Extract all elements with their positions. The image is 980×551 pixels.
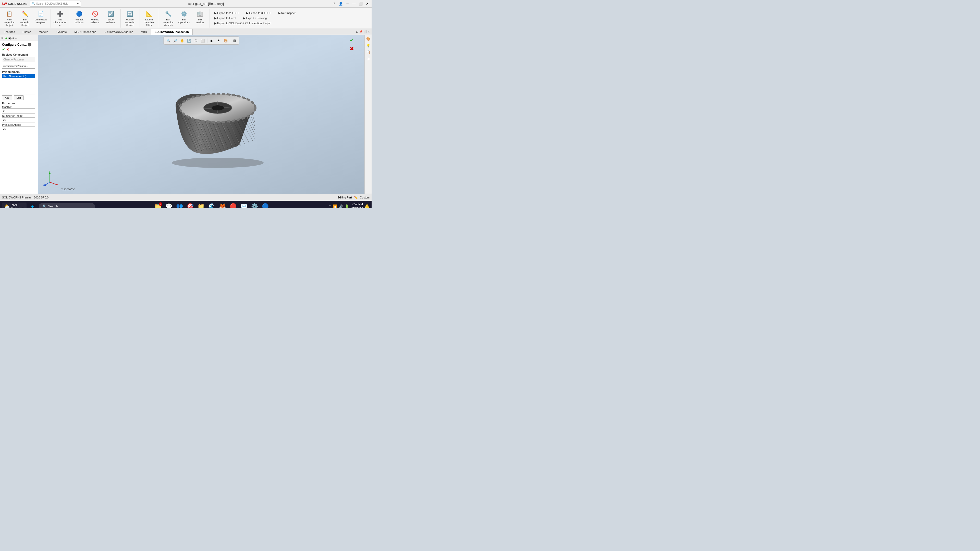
tab-sketch[interactable]: Sketch <box>19 29 35 35</box>
add-balloons-icon: 🔵 <box>75 10 83 18</box>
accept-btn[interactable]: ✔ <box>348 37 355 44</box>
taskbar-edge[interactable]: 🌊 <box>207 202 216 208</box>
create-new-template-btn[interactable]: 📄 Create New template <box>33 9 48 25</box>
launch-template-btn[interactable]: 📐 LaunchTemplate Editor <box>142 9 157 27</box>
taskbar-search-label: Search <box>48 205 58 208</box>
network-icon[interactable]: 📶 <box>333 204 337 208</box>
display-mode-btn[interactable]: 🖥 <box>231 38 238 44</box>
taskbar-teams[interactable]: 💬 <box>164 202 173 208</box>
tab-pin-btn[interactable]: 📌 <box>359 30 363 33</box>
export-sw-btn[interactable]: ▶ Export to SOLIDWORKS Inspection Projec… <box>213 21 272 25</box>
weather-condition: Partly cloudy <box>11 207 24 208</box>
part-numbers-list[interactable]: Part Number (auto) <box>2 74 35 94</box>
tab-restore-btn[interactable]: ⬜ <box>363 30 367 33</box>
part-number-item[interactable]: Part Number (auto) <box>2 74 35 78</box>
taskbar-apps: 🗂️ 1 💬 👥 🎯 📁 🌊 🦊 🔴 ✉️ ⚙️ � <box>97 202 328 208</box>
new-inspection-project-btn[interactable]: 📋 New InspectionProject <box>2 9 17 27</box>
tab-inspection[interactable]: SOLIDWORKS Inspection <box>151 29 192 35</box>
right-btn-1[interactable]: 🎨 <box>366 36 371 41</box>
notification-btn[interactable]: 🔔 <box>364 204 369 208</box>
appearance-btn[interactable]: 🎨 <box>223 38 229 44</box>
taskbar-solidworks[interactable]: ⚙️ <box>250 202 259 208</box>
minimize-btn[interactable]: — <box>351 2 357 6</box>
taskbar-search[interactable]: 🔍 Search <box>39 203 95 208</box>
edit-inspection-label: Edit InspectionProject <box>18 18 32 27</box>
taskbar-chrome[interactable]: 🔴 <box>229 202 238 208</box>
taskbar-app1[interactable]: 🎯 <box>186 202 195 208</box>
restore-btn[interactable]: ⬜ <box>358 2 363 6</box>
add-edit-balloons-btn[interactable]: 🔵 Add/EditBalloons <box>72 9 87 25</box>
zoom-in-btn[interactable]: 🔍 <box>165 38 172 44</box>
edit-operations-btn[interactable]: ⚙️ EditOperations <box>177 9 192 25</box>
start-button[interactable]: ⊞ <box>28 202 37 208</box>
taskbar-chrome2[interactable]: 🔵 <box>261 202 270 208</box>
config-cancel-btn[interactable]: ✖ <box>6 48 9 52</box>
panel-header: ▶ ● spur ... <box>0 35 38 41</box>
export-3dpdf-btn[interactable]: ▶ Export to 3D PDF <box>245 11 272 15</box>
tab-addins[interactable]: SOLIDWORKS Add-Ins <box>100 29 137 35</box>
taskbar-file-manager[interactable]: 🗂️ 1 <box>154 202 163 208</box>
module-input[interactable] <box>2 108 35 114</box>
taskbar-app2[interactable]: 🦊 <box>218 202 227 208</box>
battery-icon[interactable]: 🔋 <box>345 204 349 208</box>
close-btn[interactable]: ✕ <box>364 2 370 6</box>
solidworks-taskbar-icon: ⚙️ <box>251 203 258 208</box>
tab-close-btn[interactable]: ✕ <box>368 30 370 33</box>
select-balloons-btn[interactable]: ☑️ SelectBalloons <box>103 9 118 25</box>
zoom-area-btn[interactable]: 🔎 <box>172 38 178 44</box>
help-search[interactable]: 🔍 Search SOLIDWORKS Help ▼ <box>30 1 81 6</box>
weather-temp: 76°F <box>11 203 24 207</box>
export-row-1: ▶ Export to 2D PDF ▶ Export to 3D PDF ▶ … <box>213 11 297 15</box>
axis-indicator: Y X Z <box>43 171 59 186</box>
right-btn-4[interactable]: ⊞ <box>366 56 371 62</box>
display-style-btn[interactable]: ◐ <box>209 38 215 44</box>
pan-btn[interactable]: ✋ <box>179 38 185 44</box>
teeth-input[interactable] <box>2 118 35 122</box>
tab-mbd[interactable]: MBD <box>137 29 151 35</box>
add-characteristic-btn[interactable]: ➕ AddCharacteristic <box>52 9 68 27</box>
new-inspection-icon: 📋 <box>5 10 13 18</box>
section-view-btn[interactable]: ⬜ <box>200 38 206 44</box>
right-btn-3[interactable]: 📋 <box>366 49 371 55</box>
edit-part-number-btn[interactable]: Edit <box>14 95 24 100</box>
editing-part-label: Editing Part <box>337 196 352 199</box>
edit-ops-label: EditOperations <box>178 18 189 24</box>
tray-chevron-icon[interactable]: ⌃ <box>329 205 331 208</box>
taskbar-explorer[interactable]: 📁 <box>197 202 206 208</box>
config-help-icon[interactable]: ? <box>28 43 32 46</box>
config-ok-btn[interactable]: ✔ <box>2 48 5 52</box>
help-btn[interactable]: ? <box>331 2 337 6</box>
clock[interactable]: 7:52 PM 1/15/2024 <box>350 203 363 208</box>
user-btn[interactable]: 👤 <box>338 2 344 6</box>
remove-balloons-btn[interactable]: 🚫 RemoveBalloons <box>87 9 103 25</box>
add-part-number-btn[interactable]: Add <box>2 95 12 100</box>
rotate-btn[interactable]: 🔄 <box>186 38 192 44</box>
right-btn-2[interactable]: 💡 <box>366 43 371 48</box>
reject-btn[interactable]: ✖ <box>348 45 355 52</box>
update-group: 🔄 Update InspectionProject <box>122 9 140 27</box>
pressure-input[interactable] <box>2 126 35 130</box>
export-2dpdf-btn[interactable]: ▶ Export to 2D PDF <box>213 11 240 15</box>
update-inspection-btn[interactable]: 🔄 Update InspectionProject <box>122 9 138 27</box>
edit-inspection-project-btn[interactable]: ✏️ Edit InspectionProject <box>18 9 33 27</box>
tab-markup[interactable]: Markup <box>35 29 52 35</box>
panel-resize-handle[interactable] <box>37 35 38 194</box>
edit-vendors-btn[interactable]: 🏢 EditVendors <box>192 9 207 25</box>
tab-evaluate[interactable]: Evaluate <box>52 29 71 35</box>
weather-widget[interactable]: ⛅ 76°F Partly cloudy <box>2 203 27 208</box>
tab-mbd-dim[interactable]: MBD Dimensions <box>71 29 100 35</box>
net-inspect-btn[interactable]: ▶ Net-Inspect <box>277 11 297 15</box>
hide-show-btn[interactable]: 👁 <box>216 38 222 44</box>
volume-icon[interactable]: 🔊 <box>339 204 343 208</box>
tab-collapse-btn[interactable]: ⊟ <box>356 30 358 33</box>
view-select-btn[interactable]: ⬡ <box>193 38 199 44</box>
taskbar-mail[interactable]: ✉️ <box>239 202 248 208</box>
tab-features[interactable]: Features <box>0 29 19 35</box>
export-excel-btn[interactable]: ▶ Export to Excel <box>213 16 237 21</box>
taskbar-teams2[interactable]: 👥 <box>175 202 184 208</box>
edit-methods-btn[interactable]: 🔧 Edit InspectionMethods <box>161 9 176 27</box>
more-btn[interactable]: ⋯ <box>345 2 350 6</box>
tree-expand-icon[interactable]: ▶ <box>2 36 3 40</box>
export-edrawing-btn[interactable]: ▶ Export eDrawing <box>242 16 268 21</box>
viewport[interactable]: 🔍 🔎 ✋ 🔄 ⬡ ⬜ ◐ 👁 🎨 🖥 ✔ ✖ <box>38 35 364 194</box>
